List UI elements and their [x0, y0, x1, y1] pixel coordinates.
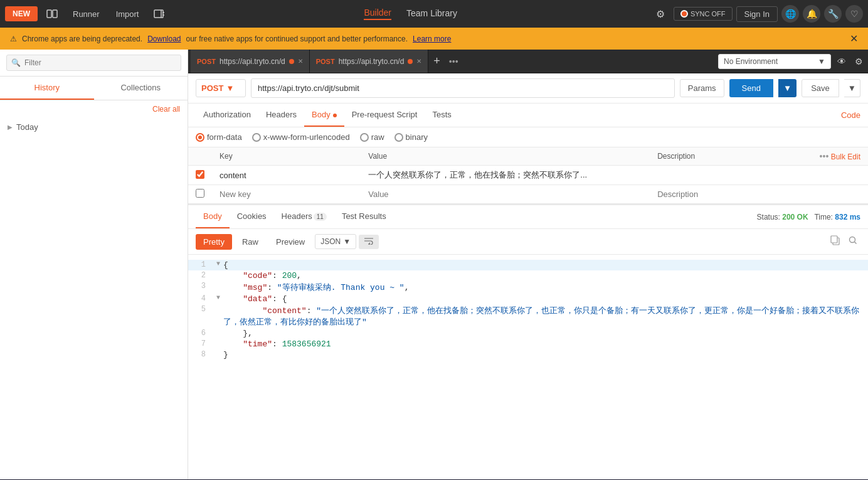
- table-row: content 一个人突然联系你了，正常，他在找备胎；突然不联系你了...: [188, 166, 868, 185]
- new-row-checkbox[interactable]: [196, 189, 204, 198]
- form-data-radio[interactable]: [196, 133, 204, 142]
- save-dropdown-button[interactable]: ▼: [844, 79, 860, 97]
- send-dropdown-button[interactable]: ▼: [778, 79, 797, 97]
- kv-table: Key Value Description ••• Bulk Edit cont…: [188, 147, 868, 204]
- response-tabs: Body Cookies Headers11 Test Results Stat…: [188, 205, 868, 229]
- resp-cookies-tab[interactable]: Cookies: [230, 205, 274, 228]
- search-response-button[interactable]: [845, 233, 860, 250]
- history-tab[interactable]: History: [0, 77, 94, 100]
- line-content-6: },: [223, 329, 868, 338]
- close-warning-button[interactable]: ✕: [850, 33, 858, 45]
- preview-tab[interactable]: Preview: [268, 234, 312, 250]
- warning-bar: ⚠ Chrome apps are being deprecated. Down…: [0, 28, 868, 50]
- line-collapse-5: [213, 305, 223, 328]
- env-eye-button[interactable]: 👁: [835, 54, 849, 69]
- learn-more-link[interactable]: Learn more: [413, 35, 451, 43]
- team-library-tab[interactable]: Team Library: [406, 8, 457, 19]
- wrap-button[interactable]: [359, 235, 379, 249]
- line-collapse-4[interactable]: ▼: [213, 294, 223, 304]
- tests-tab[interactable]: Tests: [425, 104, 458, 127]
- status-time: 832 ms: [835, 213, 860, 221]
- row-key-cell: content: [212, 166, 361, 185]
- new-key-input[interactable]: [220, 189, 353, 199]
- today-section[interactable]: ▶ Today: [0, 117, 188, 137]
- settings-icon-button[interactable]: ⚙: [651, 4, 670, 24]
- svg-point-5: [850, 237, 855, 243]
- json-label: JSON: [320, 237, 341, 246]
- raw-radio[interactable]: [360, 133, 369, 142]
- response-toolbar: Pretty Raw Preview JSON ▼: [188, 229, 868, 255]
- method-select[interactable]: POST ▼: [196, 79, 246, 97]
- bell-icon-button[interactable]: 🔔: [803, 5, 820, 23]
- collections-tab[interactable]: Collections: [94, 77, 188, 100]
- raw-option[interactable]: raw: [360, 132, 384, 142]
- filter-input[interactable]: [6, 55, 181, 71]
- tab1-close[interactable]: ✕: [298, 58, 303, 65]
- line-collapse-3: [213, 282, 223, 293]
- line-num-3: 3: [188, 282, 213, 293]
- urlencoded-option[interactable]: x-www-form-urlencoded: [252, 132, 350, 142]
- request-tab-2[interactable]: POST https://api.tryto.cn/d ✕: [310, 50, 429, 73]
- new-button[interactable]: NEW: [5, 6, 38, 21]
- copy-response-button[interactable]: [828, 233, 843, 250]
- new-window-button[interactable]: [149, 6, 170, 22]
- runner-button[interactable]: Runner: [66, 6, 106, 23]
- sign-in-button[interactable]: Sign In: [736, 6, 778, 22]
- sync-button[interactable]: SYNC OFF: [674, 7, 733, 21]
- line-content-2: "code": 200,: [223, 271, 868, 280]
- binary-radio[interactable]: [394, 133, 403, 142]
- form-data-option[interactable]: form-data: [196, 132, 242, 142]
- sync-dot: [680, 10, 688, 18]
- resp-body-tab[interactable]: Body: [196, 205, 230, 228]
- sync-label: SYNC OFF: [691, 10, 726, 18]
- line-num-4: 4: [188, 294, 213, 304]
- env-gear-button[interactable]: ⚙: [852, 54, 865, 69]
- resp-test-results-tab[interactable]: Test Results: [334, 205, 394, 228]
- new-desc-input[interactable]: [657, 189, 791, 199]
- headers-tab[interactable]: Headers: [258, 104, 304, 127]
- row-check-cell: [188, 166, 212, 185]
- resp-headers-tab[interactable]: Headers11: [274, 205, 334, 228]
- json-line-4: 4 ▼ "data": {: [188, 294, 868, 304]
- heart-icon-button[interactable]: ♡: [845, 5, 863, 23]
- globe-icon-button[interactable]: 🌐: [781, 5, 799, 23]
- bulk-edit-button[interactable]: Bulk Edit: [831, 152, 860, 161]
- layout-icon: [46, 9, 58, 18]
- add-tab-button[interactable]: +: [428, 55, 445, 68]
- table-more-icon[interactable]: •••: [820, 151, 829, 161]
- tab2-close[interactable]: ✕: [416, 58, 421, 65]
- body-tab[interactable]: Body: [304, 104, 344, 127]
- save-button[interactable]: Save: [802, 79, 839, 97]
- svg-rect-1: [53, 10, 57, 18]
- params-button[interactable]: Params: [680, 79, 724, 97]
- new-value-input[interactable]: [368, 189, 642, 199]
- clear-all-button[interactable]: Clear all: [152, 105, 180, 114]
- main-layout: 🔍 History Collections Clear all ▶ Today …: [0, 50, 868, 479]
- env-select[interactable]: No Environment ▼: [718, 54, 831, 69]
- download-link[interactable]: Download: [147, 35, 181, 43]
- row-key-value: content: [220, 171, 246, 180]
- url-input[interactable]: [251, 78, 675, 98]
- binary-option[interactable]: binary: [394, 132, 428, 142]
- layout-icon-button[interactable]: [41, 6, 63, 22]
- authorization-tab[interactable]: Authorization: [196, 104, 258, 127]
- method-chevron-icon: ▼: [226, 83, 234, 93]
- urlencoded-radio[interactable]: [252, 133, 261, 142]
- request-tab-1[interactable]: POST https://api.tryto.cn/d ✕: [191, 50, 310, 73]
- new-row: [188, 185, 868, 204]
- raw-tab[interactable]: Raw: [235, 234, 266, 250]
- wrench-icon-button[interactable]: 🔧: [824, 5, 842, 23]
- line-num-8: 8: [188, 350, 213, 360]
- send-button[interactable]: Send: [729, 79, 773, 97]
- builder-tab[interactable]: Builder: [364, 8, 391, 20]
- pretty-tab[interactable]: Pretty: [196, 234, 232, 250]
- row-checkbox[interactable]: [196, 170, 204, 179]
- pre-request-tab[interactable]: Pre-request Script: [344, 104, 425, 127]
- sidebar: 🔍 History Collections Clear all ▶ Today: [0, 50, 188, 479]
- json-format-select[interactable]: JSON ▼: [315, 234, 356, 249]
- code-link[interactable]: Code: [841, 110, 860, 120]
- line-collapse-1[interactable]: ▼: [213, 260, 223, 270]
- more-tabs-button[interactable]: •••: [445, 56, 462, 67]
- import-button[interactable]: Import: [110, 6, 146, 23]
- json-line-3: 3 "msg": "等待审核采纳. Thank you ~ ",: [188, 281, 868, 294]
